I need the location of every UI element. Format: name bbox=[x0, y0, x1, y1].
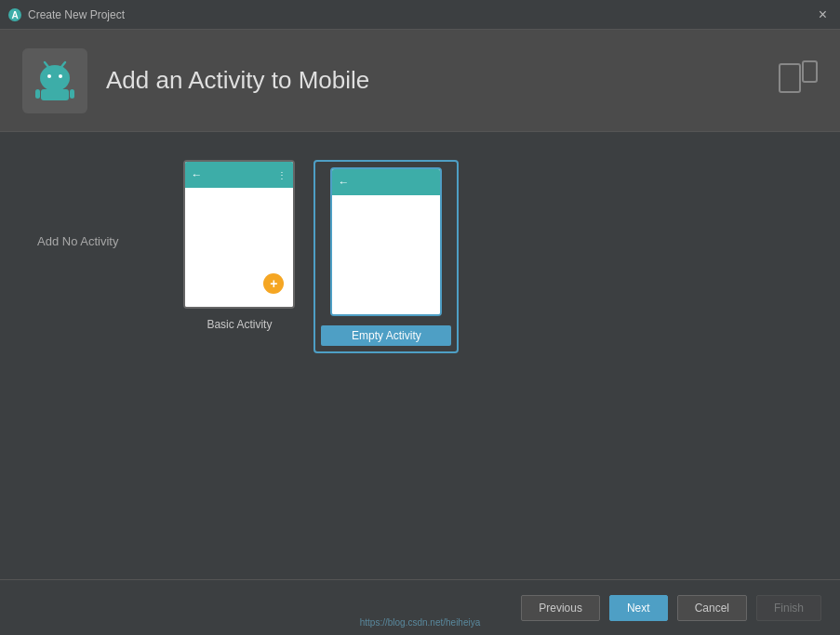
close-button[interactable]: × bbox=[813, 5, 833, 25]
activity-grid: Add No Activity ← ⋮ + Basic Activity ← bbox=[37, 160, 803, 353]
android-icon bbox=[32, 58, 78, 104]
svg-point-3 bbox=[47, 74, 51, 78]
svg-line-6 bbox=[61, 62, 65, 67]
empty-activity-card[interactable]: ← Empty Activity bbox=[313, 160, 459, 353]
phone-tablet-icon bbox=[779, 60, 818, 100]
svg-rect-9 bbox=[70, 89, 74, 99]
dialog-body: Add No Activity ← ⋮ + Basic Activity ← bbox=[0, 132, 840, 579]
svg-point-4 bbox=[59, 74, 62, 78]
cancel-button[interactable]: Cancel bbox=[677, 595, 747, 621]
dialog-header: Add an Activity to Mobile bbox=[0, 30, 840, 132]
empty-activity-selected-wrapper: ← Empty Activity bbox=[313, 160, 459, 353]
dialog-footer: Previous Next Cancel Finish https://blog… bbox=[0, 579, 840, 635]
svg-point-2 bbox=[40, 65, 70, 91]
empty-activity-content bbox=[332, 195, 440, 314]
basic-activity-card[interactable]: ← ⋮ + Basic Activity bbox=[183, 160, 295, 331]
no-activity-label: Add No Activity bbox=[37, 234, 118, 248]
svg-line-5 bbox=[45, 62, 48, 67]
next-button[interactable]: Next bbox=[609, 595, 668, 621]
basic-activity-preview: ← ⋮ + bbox=[183, 160, 295, 309]
back-arrow-icon: ← bbox=[191, 168, 202, 181]
title-bar-title: Create New Project bbox=[28, 8, 125, 21]
empty-activity-toolbar: ← bbox=[332, 169, 440, 195]
basic-activity-toolbar: ← ⋮ bbox=[185, 162, 293, 188]
svg-rect-8 bbox=[35, 89, 40, 99]
svg-rect-10 bbox=[780, 64, 800, 92]
android-studio-icon: A bbox=[7, 7, 22, 22]
previous-button[interactable]: Previous bbox=[521, 595, 600, 621]
header-title: Add an Activity to Mobile bbox=[106, 66, 369, 95]
svg-rect-11 bbox=[803, 61, 817, 82]
basic-activity-label: Basic Activity bbox=[207, 318, 272, 331]
back-arrow-icon-2: ← bbox=[338, 176, 349, 189]
menu-dots-icon: ⋮ bbox=[277, 170, 287, 180]
android-logo bbox=[22, 48, 87, 113]
title-bar-left: A Create New Project bbox=[7, 7, 125, 22]
empty-activity-preview: ← bbox=[330, 167, 442, 316]
svg-text:A: A bbox=[11, 10, 18, 20]
finish-button[interactable]: Finish bbox=[756, 595, 821, 621]
empty-activity-label: Empty Activity bbox=[321, 325, 451, 346]
watermark: https://blog.csdn.net/heiheiya bbox=[360, 617, 481, 628]
title-bar: A Create New Project × bbox=[0, 0, 840, 30]
svg-rect-7 bbox=[41, 89, 69, 100]
